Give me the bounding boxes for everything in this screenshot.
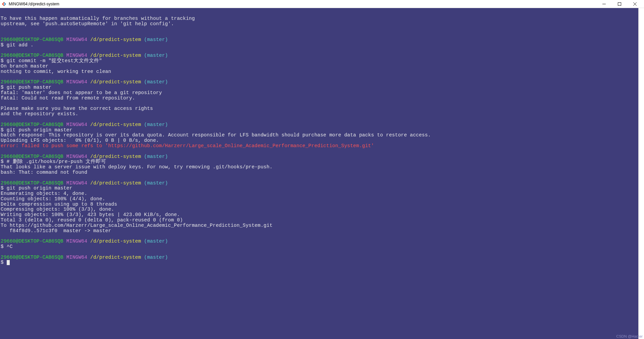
output-line: Writing objects: 100% (3/3), 423 bytes |…	[1, 212, 180, 217]
prompt-path: /d/predict-system	[90, 79, 141, 85]
prompt-symbol: $	[1, 85, 4, 90]
prompt-user: 29660@DESKTOP-CAB6SQB	[1, 53, 63, 58]
close-button[interactable]	[627, 0, 643, 8]
command: git push origin master	[7, 185, 72, 191]
command: git commit -m "提交test大文件文件"	[7, 58, 102, 63]
minimize-button[interactable]	[596, 0, 612, 8]
svg-point-0	[3, 3, 5, 5]
prompt-host: MINGW64	[66, 37, 87, 42]
prompt-host: MINGW64	[66, 239, 87, 244]
output-line: That looks like a server issue with depl…	[1, 164, 273, 170]
prompt-user: 29660@DESKTOP-CAB6SQB	[1, 154, 63, 159]
terminal-wrap: To have this happen automatically for br…	[0, 8, 644, 339]
output-line: and the repository exists.	[1, 111, 78, 117]
output-line: Compressing objects: 100% (3/3), done.	[1, 207, 114, 212]
command: # 删除 .git/hooks/pre-push 文件即可	[7, 159, 106, 164]
prompt-host: MINGW64	[66, 122, 87, 127]
titlebar: MINGW64:/d/predict-system	[0, 0, 644, 8]
prompt-path: /d/predict-system	[90, 37, 141, 42]
prompt-branch: (master)	[144, 180, 168, 186]
maximize-button[interactable]	[612, 0, 627, 8]
prompt-path: /d/predict-system	[90, 154, 141, 159]
terminal[interactable]: To have this happen automatically for br…	[0, 8, 638, 339]
prompt-symbol: $	[1, 260, 4, 265]
prompt-user: 29660@DESKTOP-CAB6SQB	[1, 180, 63, 186]
output-line: nothing to commit, working tree clean	[1, 69, 111, 74]
output-line: Enumerating objects: 4, done.	[1, 191, 87, 196]
prompt-symbol: $	[1, 159, 4, 164]
watermark: CSDN @Harzer	[616, 334, 643, 338]
app-icon	[1, 1, 7, 7]
prompt-branch: (master)	[144, 53, 168, 58]
output-line: To https://github.com/Harzerr/Large_scal…	[1, 223, 273, 228]
prompt-symbol: $	[1, 244, 4, 249]
output-line: fatal: 'master' does not appear to be a …	[1, 90, 162, 95]
titlebar-left: MINGW64:/d/predict-system	[1, 1, 59, 7]
prompt-host: MINGW64	[66, 79, 87, 85]
prompt-branch: (master)	[144, 122, 168, 127]
prompt-path: /d/predict-system	[90, 255, 141, 260]
output-line: Please make sure you have the correct ac…	[1, 106, 153, 111]
prompt-host: MINGW64	[66, 154, 87, 159]
prompt-path: /d/predict-system	[90, 180, 141, 186]
prompt-path: /d/predict-system	[90, 122, 141, 127]
prompt-user: 29660@DESKTOP-CAB6SQB	[1, 239, 63, 244]
prompt-symbol: $	[1, 58, 4, 63]
prompt-branch: (master)	[144, 239, 168, 244]
prompt-path: /d/predict-system	[90, 53, 141, 58]
prompt-branch: (master)	[144, 255, 168, 260]
output-line: Counting objects: 100% (4/4), done.	[1, 196, 105, 202]
prompt-symbol: $	[1, 127, 4, 133]
output-line: Delta compression using up to 8 threads	[1, 202, 117, 207]
command: git add .	[7, 42, 34, 48]
output-line: Uploading LFS objects: 0% (0/1), 0 B | 0…	[1, 138, 159, 143]
output-line: To have this happen automatically for br…	[1, 16, 195, 21]
output-line: batch response: This repository is over …	[1, 132, 431, 138]
svg-rect-2	[618, 2, 621, 5]
window-controls	[596, 0, 643, 8]
output-line: bash: That: command not found	[1, 170, 87, 175]
prompt-path: /d/predict-system	[90, 239, 141, 244]
output-line: upstream, see 'push.autoSetupRemote' in …	[1, 21, 174, 27]
prompt-user: 29660@DESKTOP-CAB6SQB	[1, 122, 63, 127]
prompt-symbol: $	[1, 42, 4, 48]
output-line: On branch master	[1, 63, 48, 69]
prompt-user: 29660@DESKTOP-CAB6SQB	[1, 37, 63, 42]
prompt-user: 29660@DESKTOP-CAB6SQB	[1, 255, 63, 260]
window-title: MINGW64:/d/predict-system	[9, 2, 59, 6]
prompt-user: 29660@DESKTOP-CAB6SQB	[1, 79, 63, 85]
prompt-host: MINGW64	[66, 255, 87, 260]
prompt-branch: (master)	[144, 79, 168, 85]
prompt-symbol: $	[1, 185, 4, 191]
cursor	[7, 260, 10, 265]
prompt-host: MINGW64	[66, 180, 87, 186]
output-line: fatal: Could not read from remote reposi…	[1, 95, 135, 101]
prompt-branch: (master)	[144, 154, 168, 159]
output-line: Total 3 (delta 0), reused 0 (delta 0), p…	[1, 217, 183, 223]
command: git push master	[7, 85, 52, 90]
command: ^C	[7, 244, 13, 249]
output-line: f84f8d9..571c3f0 master -> master	[1, 228, 111, 234]
prompt-host: MINGW64	[66, 53, 87, 58]
error-line: error: failed to push some refs to 'http…	[1, 143, 374, 149]
scrollbar[interactable]	[638, 8, 644, 339]
command: git push origin master	[7, 127, 72, 133]
prompt-branch: (master)	[144, 37, 168, 42]
